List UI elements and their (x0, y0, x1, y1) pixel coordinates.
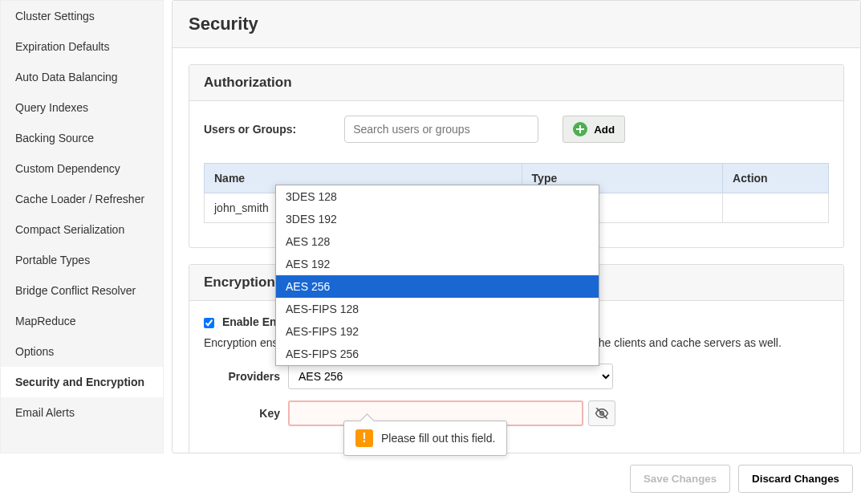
providers-select[interactable]: AES 256 (288, 364, 613, 389)
provider-option-3des-192[interactable]: 3DES 192 (276, 208, 599, 230)
cell-action (723, 193, 829, 223)
sidebar-item-label: MapReduce (15, 315, 76, 327)
sidebar-item-label: Cache Loader / Refresher (15, 193, 144, 205)
sidebar-item-label: Options (15, 345, 54, 358)
add-button-label: Add (594, 124, 615, 136)
provider-option-3des-128[interactable]: 3DES 128 (276, 185, 599, 208)
providers-label: Providers (204, 370, 280, 383)
authorization-heading: Authorization (189, 65, 843, 101)
sidebar-item-label: Cluster Settings (15, 10, 95, 22)
sidebar-item-mapreduce[interactable]: MapReduce (1, 306, 163, 336)
discard-changes-button[interactable]: Discard Changes (738, 465, 853, 493)
sidebar-item-email-alerts[interactable]: Email Alerts (1, 397, 163, 428)
provider-option-aes-fips-192[interactable]: AES-FIPS 192 (276, 320, 599, 343)
sidebar-item-label: Auto Data Balancing (15, 71, 118, 83)
validation-tooltip: ! Please fill out this field. (343, 421, 507, 456)
sidebar-item-auto-data-balancing[interactable]: Auto Data Balancing (1, 62, 163, 92)
provider-option-aes-128[interactable]: AES 128 (276, 230, 599, 253)
sidebar-item-label: Security and Encryption (15, 376, 144, 388)
sidebar: Cluster Settings Expiration Defaults Aut… (0, 0, 164, 453)
add-button[interactable]: Add (562, 116, 625, 143)
sidebar-item-cluster-settings[interactable]: Cluster Settings (1, 1, 163, 31)
sidebar-item-bridge-conflict-resolver[interactable]: Bridge Conflict Resolver (1, 275, 163, 306)
key-label: Key (204, 407, 280, 420)
warning-icon: ! (355, 429, 373, 447)
tooltip-text: Please fill out this field. (381, 432, 495, 445)
sidebar-item-label: Backing Source (15, 132, 94, 144)
column-action: Action (723, 164, 829, 193)
search-users-input[interactable] (344, 116, 538, 143)
sidebar-item-label: Bridge Conflict Resolver (15, 284, 136, 297)
provider-option-aes-256[interactable]: AES 256 (276, 275, 599, 298)
users-groups-label: Users or Groups: (204, 123, 296, 136)
toggle-key-visibility-button[interactable] (588, 400, 615, 426)
provider-option-aes-192[interactable]: AES 192 (276, 253, 599, 275)
eye-slash-icon (595, 406, 609, 421)
sidebar-item-label: Portable Types (15, 254, 90, 266)
sidebar-item-custom-dependency[interactable]: Custom Dependency (1, 153, 163, 184)
sidebar-item-cache-loader-refresher[interactable]: Cache Loader / Refresher (1, 184, 163, 214)
sidebar-item-label: Custom Dependency (15, 162, 120, 175)
sidebar-item-label: Query Indexes (15, 101, 88, 114)
sidebar-item-query-indexes[interactable]: Query Indexes (1, 92, 163, 123)
sidebar-item-portable-types[interactable]: Portable Types (1, 245, 163, 275)
plus-icon (573, 122, 587, 136)
footer-actions: Save Changes Discard Changes (630, 465, 853, 493)
save-changes-button[interactable]: Save Changes (630, 465, 730, 493)
sidebar-item-expiration-defaults[interactable]: Expiration Defaults (1, 31, 163, 62)
provider-option-aes-fips-256[interactable]: AES-FIPS 256 (276, 343, 599, 365)
sidebar-item-label: Email Alerts (15, 406, 75, 419)
sidebar-item-options[interactable]: Options (1, 336, 163, 367)
sidebar-item-security-encryption[interactable]: Security and Encryption (1, 367, 163, 397)
sidebar-item-backing-source[interactable]: Backing Source (1, 123, 163, 153)
enable-encryption-checkbox[interactable] (204, 318, 214, 328)
sidebar-item-label: Compact Serialization (15, 223, 124, 236)
page-title: Security (173, 1, 860, 48)
providers-dropdown[interactable]: 3DES 128 3DES 192 AES 128 AES 192 AES 25… (275, 185, 599, 366)
sidebar-item-compact-serialization[interactable]: Compact Serialization (1, 214, 163, 245)
provider-option-aes-fips-128[interactable]: AES-FIPS 128 (276, 298, 599, 320)
sidebar-item-label: Expiration Defaults (15, 40, 110, 53)
